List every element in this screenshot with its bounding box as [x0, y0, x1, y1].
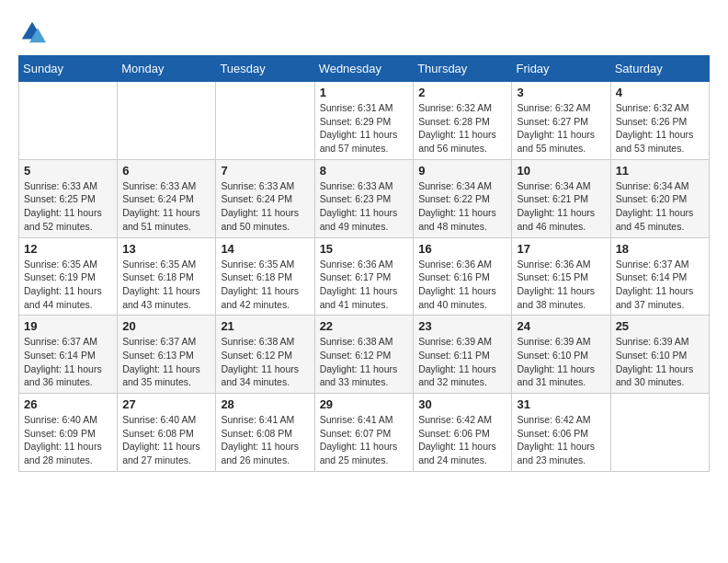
- header-sunday: Sunday: [19, 56, 118, 82]
- day-info: Sunrise: 6:36 AMSunset: 6:17 PMDaylight:…: [320, 258, 409, 312]
- day-number: 24: [517, 319, 605, 333]
- day-number: 29: [320, 397, 409, 411]
- day-info: Sunrise: 6:35 AMSunset: 6:18 PMDaylight:…: [221, 258, 309, 312]
- day-cell: 19Sunrise: 6:37 AMSunset: 6:14 PMDayligh…: [19, 316, 118, 394]
- day-info: Sunrise: 6:32 AMSunset: 6:27 PMDaylight:…: [517, 101, 605, 155]
- day-info: Sunrise: 6:34 AMSunset: 6:20 PMDaylight:…: [616, 179, 704, 234]
- day-cell: 24Sunrise: 6:39 AMSunset: 6:10 PMDayligh…: [512, 316, 610, 394]
- day-cell: 10Sunrise: 6:34 AMSunset: 6:21 PMDayligh…: [512, 159, 610, 237]
- day-info: Sunrise: 6:38 AMSunset: 6:12 PMDaylight:…: [221, 335, 309, 389]
- day-info: Sunrise: 6:33 AMSunset: 6:25 PMDaylight:…: [24, 179, 112, 234]
- day-number: 28: [221, 397, 309, 411]
- day-cell: 30Sunrise: 6:42 AMSunset: 6:06 PMDayligh…: [414, 394, 512, 472]
- day-number: 25: [616, 319, 704, 333]
- day-info: Sunrise: 6:41 AMSunset: 6:08 PMDaylight:…: [221, 413, 309, 467]
- day-cell: 15Sunrise: 6:36 AMSunset: 6:17 PMDayligh…: [314, 237, 414, 316]
- day-number: 22: [320, 319, 409, 333]
- day-number: 6: [122, 164, 210, 178]
- day-info: Sunrise: 6:36 AMSunset: 6:16 PMDaylight:…: [418, 258, 506, 312]
- day-cell: 3Sunrise: 6:32 AMSunset: 6:27 PMDaylight…: [512, 82, 610, 160]
- day-cell: 5Sunrise: 6:33 AMSunset: 6:25 PMDaylight…: [19, 159, 118, 237]
- day-cell: [118, 82, 216, 160]
- day-info: Sunrise: 6:37 AMSunset: 6:14 PMDaylight:…: [24, 335, 112, 389]
- header-monday: Monday: [118, 56, 216, 82]
- day-info: Sunrise: 6:39 AMSunset: 6:10 PMDaylight:…: [616, 335, 704, 389]
- day-info: Sunrise: 6:31 AMSunset: 6:29 PMDaylight:…: [320, 101, 409, 155]
- day-number: 16: [418, 242, 506, 256]
- week-row-0: 1Sunrise: 6:31 AMSunset: 6:29 PMDaylight…: [19, 82, 710, 160]
- day-cell: 25Sunrise: 6:39 AMSunset: 6:10 PMDayligh…: [610, 316, 709, 394]
- day-cell: 2Sunrise: 6:32 AMSunset: 6:28 PMDaylight…: [414, 82, 512, 160]
- day-info: Sunrise: 6:39 AMSunset: 6:10 PMDaylight:…: [517, 335, 605, 389]
- week-row-4: 26Sunrise: 6:40 AMSunset: 6:09 PMDayligh…: [19, 394, 710, 472]
- header-thursday: Thursday: [414, 56, 512, 82]
- day-info: Sunrise: 6:35 AMSunset: 6:18 PMDaylight:…: [122, 258, 210, 312]
- day-cell: 20Sunrise: 6:37 AMSunset: 6:13 PMDayligh…: [118, 316, 216, 394]
- day-cell: 22Sunrise: 6:38 AMSunset: 6:12 PMDayligh…: [314, 316, 414, 394]
- header-tuesday: Tuesday: [216, 56, 314, 82]
- day-info: Sunrise: 6:37 AMSunset: 6:14 PMDaylight:…: [616, 258, 704, 312]
- header-wednesday: Wednesday: [314, 56, 414, 82]
- day-number: 2: [418, 86, 506, 99]
- day-number: 1: [320, 86, 409, 99]
- day-cell: 12Sunrise: 6:35 AMSunset: 6:19 PMDayligh…: [19, 237, 118, 316]
- day-number: 7: [221, 164, 309, 178]
- day-number: 8: [320, 164, 409, 178]
- day-info: Sunrise: 6:33 AMSunset: 6:24 PMDaylight:…: [221, 179, 309, 234]
- day-number: 30: [418, 397, 506, 411]
- day-info: Sunrise: 6:32 AMSunset: 6:26 PMDaylight:…: [616, 101, 704, 155]
- header-friday: Friday: [512, 56, 610, 82]
- day-info: Sunrise: 6:33 AMSunset: 6:24 PMDaylight:…: [122, 179, 210, 234]
- day-cell: 27Sunrise: 6:40 AMSunset: 6:08 PMDayligh…: [118, 394, 216, 472]
- week-row-1: 5Sunrise: 6:33 AMSunset: 6:25 PMDaylight…: [19, 159, 710, 237]
- day-cell: 8Sunrise: 6:33 AMSunset: 6:23 PMDaylight…: [314, 159, 414, 237]
- day-cell: 9Sunrise: 6:34 AMSunset: 6:22 PMDaylight…: [414, 159, 512, 237]
- day-number: 23: [418, 319, 506, 333]
- day-info: Sunrise: 6:33 AMSunset: 6:23 PMDaylight:…: [320, 179, 409, 234]
- day-cell: 28Sunrise: 6:41 AMSunset: 6:08 PMDayligh…: [216, 394, 314, 472]
- day-cell: 16Sunrise: 6:36 AMSunset: 6:16 PMDayligh…: [414, 237, 512, 316]
- day-cell: 6Sunrise: 6:33 AMSunset: 6:24 PMDaylight…: [118, 159, 216, 237]
- day-number: 31: [517, 397, 605, 411]
- day-cell: [19, 82, 118, 160]
- logo-icon: [18, 18, 46, 46]
- logo: [18, 18, 50, 46]
- day-number: 12: [24, 242, 112, 256]
- day-number: 21: [221, 319, 309, 333]
- day-cell: 31Sunrise: 6:42 AMSunset: 6:06 PMDayligh…: [512, 394, 610, 472]
- day-number: 20: [122, 319, 210, 333]
- day-number: 18: [616, 242, 704, 256]
- day-number: 3: [517, 86, 605, 99]
- day-cell: 11Sunrise: 6:34 AMSunset: 6:20 PMDayligh…: [610, 159, 709, 237]
- day-number: 14: [221, 242, 309, 256]
- calendar: SundayMondayTuesdayWednesdayThursdayFrid…: [18, 55, 710, 472]
- day-cell: 14Sunrise: 6:35 AMSunset: 6:18 PMDayligh…: [216, 237, 314, 316]
- day-info: Sunrise: 6:41 AMSunset: 6:07 PMDaylight:…: [320, 413, 409, 467]
- day-cell: 1Sunrise: 6:31 AMSunset: 6:29 PMDaylight…: [314, 82, 414, 160]
- calendar-header-row: SundayMondayTuesdayWednesdayThursdayFrid…: [19, 56, 710, 82]
- week-row-3: 19Sunrise: 6:37 AMSunset: 6:14 PMDayligh…: [19, 316, 710, 394]
- day-info: Sunrise: 6:34 AMSunset: 6:21 PMDaylight:…: [517, 179, 605, 234]
- day-cell: [216, 82, 314, 160]
- day-info: Sunrise: 6:35 AMSunset: 6:19 PMDaylight:…: [24, 258, 112, 312]
- day-info: Sunrise: 6:42 AMSunset: 6:06 PMDaylight:…: [418, 413, 506, 467]
- day-info: Sunrise: 6:40 AMSunset: 6:08 PMDaylight:…: [122, 413, 210, 467]
- day-cell: 23Sunrise: 6:39 AMSunset: 6:11 PMDayligh…: [414, 316, 512, 394]
- day-info: Sunrise: 6:34 AMSunset: 6:22 PMDaylight:…: [418, 179, 506, 234]
- day-cell: 13Sunrise: 6:35 AMSunset: 6:18 PMDayligh…: [118, 237, 216, 316]
- day-info: Sunrise: 6:42 AMSunset: 6:06 PMDaylight:…: [517, 413, 605, 467]
- day-number: 19: [24, 319, 112, 333]
- day-cell: 29Sunrise: 6:41 AMSunset: 6:07 PMDayligh…: [314, 394, 414, 472]
- day-cell: 18Sunrise: 6:37 AMSunset: 6:14 PMDayligh…: [610, 237, 709, 316]
- day-number: 13: [122, 242, 210, 256]
- day-cell: 7Sunrise: 6:33 AMSunset: 6:24 PMDaylight…: [216, 159, 314, 237]
- day-info: Sunrise: 6:37 AMSunset: 6:13 PMDaylight:…: [122, 335, 210, 389]
- header-saturday: Saturday: [610, 56, 709, 82]
- day-number: 4: [616, 86, 704, 99]
- day-info: Sunrise: 6:32 AMSunset: 6:28 PMDaylight:…: [418, 101, 506, 155]
- day-number: 11: [616, 164, 704, 178]
- day-number: 10: [517, 164, 605, 178]
- day-info: Sunrise: 6:39 AMSunset: 6:11 PMDaylight:…: [418, 335, 506, 389]
- day-number: 26: [24, 397, 112, 411]
- day-cell: 4Sunrise: 6:32 AMSunset: 6:26 PMDaylight…: [610, 82, 709, 160]
